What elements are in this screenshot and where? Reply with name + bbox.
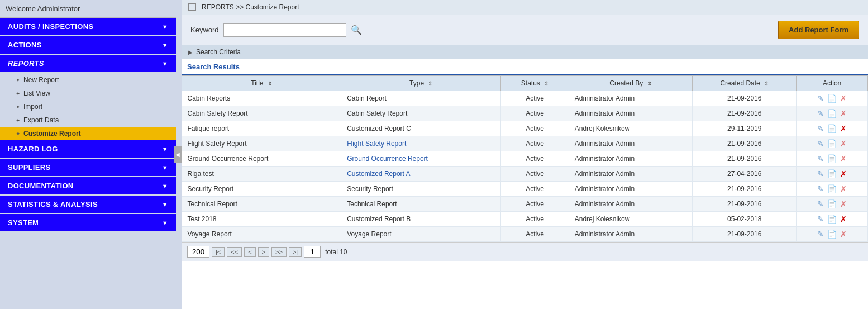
search-criteria-label: Search Criteria — [196, 48, 241, 56]
keyword-label: Keyword — [190, 26, 219, 34]
first-page-button[interactable]: |< — [212, 247, 225, 257]
sidebar-item-actions[interactable]: ACTIONS ▼ — [0, 36, 176, 54]
pdf-button[interactable]: 📄 — [827, 109, 837, 118]
sidebar-item-hazard[interactable]: HAZARD LOG ▼ — [0, 140, 176, 158]
sidebar-item-system[interactable]: SYSTEM ▼ — [0, 214, 176, 231]
pdf-button[interactable]: 📄 — [827, 94, 837, 103]
cell-created-by: Administrator Admin — [569, 106, 693, 121]
sidebar-item-documentation[interactable]: DOCUMENTATION ▼ — [0, 177, 176, 194]
delete-button: ✗ — [840, 94, 847, 103]
cell-created-by: Andrej Kolesnikow — [569, 212, 693, 227]
cell-action: ✎📄✗ — [797, 151, 868, 167]
cell-type[interactable]: Ground Occurrence Report — [341, 151, 501, 167]
cell-created-date: 05-02-2018 — [693, 212, 797, 227]
sidebar-collapse-button[interactable]: ◀ — [174, 146, 182, 163]
sidebar-item-export-data[interactable]: ✦ Export Data — [0, 113, 176, 127]
cell-created-by: Administrator Admin — [569, 91, 693, 106]
delete-button: ✗ — [840, 139, 847, 148]
table-body: Cabin ReportsCabin ReportActiveAdministr… — [182, 91, 868, 242]
cell-created-date: 21-09-2016 — [693, 182, 797, 197]
delete-button: ✗ — [840, 184, 847, 193]
next-button[interactable]: > — [258, 247, 269, 257]
cell-type: Cabin Safety Report — [341, 106, 501, 121]
cell-created-date: 21-09-2016 — [693, 136, 797, 151]
sidebar-item-new-report[interactable]: ✦ New Report — [0, 73, 176, 87]
sidebar-item-audits[interactable]: AUDITS / INSPECTIONS ▼ — [0, 18, 176, 35]
cell-status: Active — [501, 151, 569, 167]
cell-title: Security Report — [182, 182, 341, 197]
cell-created-by: Administrator Admin — [569, 182, 693, 197]
pdf-button[interactable]: 📄 — [827, 215, 837, 224]
cell-created-date: 21-09-2016 — [693, 106, 797, 121]
prev-button[interactable]: < — [244, 247, 255, 257]
cell-created-by: Administrator Admin — [569, 136, 693, 151]
table-row: Cabin Safety ReportCabin Safety ReportAc… — [182, 106, 868, 121]
table-row: Fatique reportCustomized Report CActiveA… — [182, 121, 868, 136]
sidebar-item-statistics[interactable]: STATISTICS & ANALYSIS ▼ — [0, 196, 176, 213]
delete-button[interactable]: ✗ — [840, 169, 847, 178]
add-report-button[interactable]: Add Report Form — [778, 21, 859, 39]
search-criteria-bar[interactable]: ▶ Search Criteria — [182, 45, 868, 59]
edit-button[interactable]: ✎ — [817, 109, 824, 118]
chevron-down-icon: ▼ — [162, 164, 168, 171]
edit-button[interactable]: ✎ — [817, 124, 824, 133]
table-header-row: Title ⇕ Type ⇕ Status ⇕ Created By — [182, 76, 868, 91]
pdf-button[interactable]: 📄 — [827, 139, 837, 148]
search-button[interactable]: 🔍 — [351, 25, 362, 35]
sidebar-item-customize-report[interactable]: ✦ Customize Report — [0, 127, 176, 140]
cell-title: Riga test — [182, 167, 341, 182]
cell-created-date: 29-11-2019 — [693, 121, 797, 136]
pdf-button[interactable]: 📄 — [827, 199, 837, 208]
sort-icon-type[interactable]: ⇕ — [428, 80, 432, 87]
cell-title: Test 2018 — [182, 212, 341, 227]
cell-created-by: Administrator Admin — [569, 167, 693, 182]
next-next-button[interactable]: >> — [271, 247, 287, 257]
cell-title: Technical Report — [182, 197, 341, 212]
current-page-input[interactable] — [304, 246, 321, 258]
pdf-button[interactable]: 📄 — [827, 124, 837, 133]
sort-icon-created-date[interactable]: ⇕ — [764, 80, 769, 87]
cell-title: Cabin Reports — [182, 91, 341, 106]
edit-button[interactable]: ✎ — [817, 199, 824, 208]
cell-status: Active — [501, 91, 569, 106]
sidebar-item-reports[interactable]: REPORTS ▼ — [0, 55, 176, 72]
pagination-bar: |< << < > >> >| total 10 — [182, 242, 868, 261]
cell-status: Active — [501, 212, 569, 227]
cell-action: ✎📄✗ — [797, 136, 868, 151]
delete-button: ✗ — [840, 109, 847, 118]
cell-created-date: 21-09-2016 — [693, 151, 797, 167]
keyword-input[interactable] — [223, 23, 346, 37]
pdf-button[interactable]: 📄 — [827, 184, 837, 193]
edit-button[interactable]: ✎ — [817, 184, 824, 193]
cell-type: Technical Report — [341, 197, 501, 212]
sort-icon-title[interactable]: ⇕ — [268, 80, 272, 87]
cell-created-date: 27-04-2016 — [693, 167, 797, 182]
sidebar-item-import[interactable]: ✦ Import — [0, 100, 176, 113]
sidebar-item-list-view[interactable]: ✦ List View — [0, 87, 176, 100]
page-size-input[interactable] — [187, 246, 209, 258]
bullet-icon: ✦ — [16, 91, 20, 97]
delete-button[interactable]: ✗ — [840, 215, 847, 224]
cell-type[interactable]: Customized Report A — [341, 167, 501, 182]
edit-button[interactable]: ✎ — [817, 230, 824, 239]
delete-button[interactable]: ✗ — [840, 124, 847, 133]
sort-icon-created-by[interactable]: ⇕ — [647, 80, 652, 87]
pdf-button[interactable]: 📄 — [827, 154, 837, 163]
cell-type[interactable]: Flight Safety Report — [341, 136, 501, 151]
edit-button[interactable]: ✎ — [817, 215, 824, 224]
last-page-button[interactable]: >| — [289, 247, 302, 257]
sidebar: Welcome Administrator AUDITS / INSPECTIO… — [0, 0, 176, 309]
sidebar-welcome: Welcome Administrator — [0, 0, 176, 18]
pdf-button[interactable]: 📄 — [827, 169, 837, 178]
edit-button[interactable]: ✎ — [817, 169, 824, 178]
sort-icon-status[interactable]: ⇕ — [544, 80, 549, 87]
edit-button[interactable]: ✎ — [817, 139, 824, 148]
edit-button[interactable]: ✎ — [817, 154, 824, 163]
prev-prev-button[interactable]: << — [227, 247, 242, 257]
chevron-down-icon: ▼ — [162, 201, 168, 208]
total-label: total 10 — [325, 248, 347, 256]
table-row: Voyage ReportVoyage ReportActiveAdminist… — [182, 227, 868, 242]
edit-button[interactable]: ✎ — [817, 94, 824, 103]
pdf-button[interactable]: 📄 — [827, 230, 837, 239]
sidebar-item-suppliers[interactable]: SUPPLIERS ▼ — [0, 159, 176, 176]
